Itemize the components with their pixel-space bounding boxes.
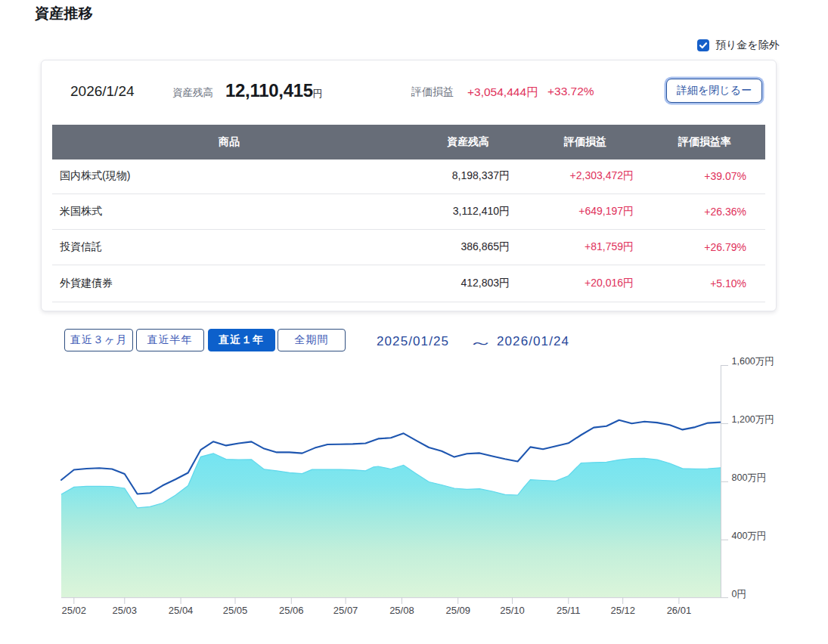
svg-text:1,600万円: 1,600万円	[732, 356, 774, 367]
svg-text:25/06: 25/06	[279, 605, 304, 616]
svg-text:25/03: 25/03	[113, 605, 138, 616]
svg-text:25/07: 25/07	[333, 605, 358, 616]
svg-text:25/08: 25/08	[389, 605, 414, 616]
svg-text:25/12: 25/12	[610, 605, 635, 616]
svg-text:25/11: 25/11	[557, 605, 581, 616]
svg-text:1,200万円: 1,200万円	[732, 414, 774, 425]
svg-text:25/02: 25/02	[62, 605, 87, 616]
svg-text:800万円: 800万円	[732, 472, 767, 483]
svg-text:25/05: 25/05	[223, 605, 248, 616]
svg-text:25/10: 25/10	[500, 605, 525, 616]
svg-text:25/09: 25/09	[445, 605, 470, 616]
svg-text:26/01: 26/01	[667, 605, 692, 616]
svg-text:400万円: 400万円	[732, 531, 767, 541]
svg-text:25/04: 25/04	[169, 605, 194, 616]
svg-text:0円: 0円	[732, 589, 746, 599]
